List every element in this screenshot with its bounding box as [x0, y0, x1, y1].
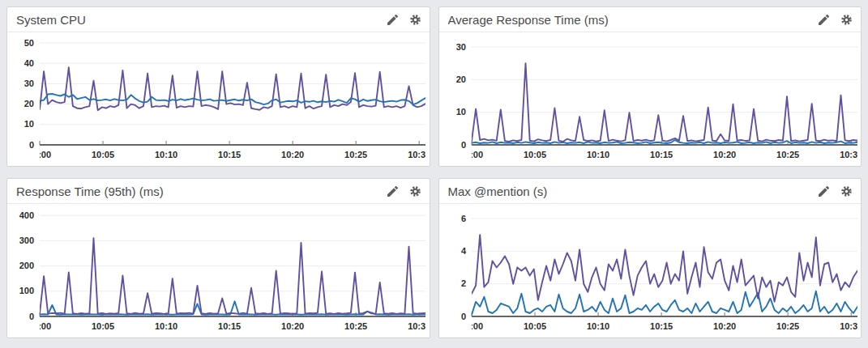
svg-text:2: 2: [460, 278, 465, 288]
svg-text:0: 0: [460, 312, 465, 321]
svg-text:10:05: 10:05: [523, 150, 545, 159]
panel-average-response-time: Average Response Time (ms) 010203010:001…: [438, 6, 862, 167]
panel-actions: [807, 185, 853, 197]
svg-text:10:30: 10:30: [840, 321, 862, 331]
svg-text:400: 400: [19, 210, 34, 220]
gear-icon[interactable]: [409, 185, 421, 197]
edit-icon[interactable]: [819, 186, 829, 197]
svg-text:40: 40: [24, 58, 34, 68]
chart-response-time-95th[interactable]: 010020030040010:0010:0510:1010:1510:2010…: [7, 204, 430, 337]
svg-text:10:00: 10:00: [28, 321, 51, 331]
svg-text:10:05: 10:05: [92, 150, 114, 159]
gear-icon[interactable]: [840, 14, 853, 26]
chart-system-cpu[interactable]: 0102030405010:0010:0510:1010:1510:2010:2…: [7, 32, 430, 166]
gear-icon[interactable]: [409, 14, 421, 26]
panel-title: Response Time (95th) (ms): [16, 185, 164, 198]
panel-actions: [376, 14, 421, 26]
dashboard: System CPU 0102030405010:0010:0510:1010:…: [0, 0, 868, 348]
svg-text:0: 0: [460, 140, 465, 150]
panel-response-time-95th: Response Time (95th) (ms) 01002003004001…: [6, 178, 430, 338]
svg-text:10:10: 10:10: [586, 150, 609, 159]
svg-text:10: 10: [24, 119, 34, 129]
svg-text:10:30: 10:30: [408, 321, 430, 331]
panel-title: System CPU: [16, 13, 86, 27]
panel-actions: [376, 185, 421, 197]
svg-text:10:20: 10:20: [713, 321, 736, 331]
panel-header: Average Response Time (ms): [439, 7, 862, 32]
svg-text:10:20: 10:20: [713, 150, 736, 159]
svg-text:10:10: 10:10: [586, 321, 609, 331]
chart-max-mention[interactable]: 024610:0010:0510:1010:1510:2010:2510:30: [439, 204, 862, 337]
panel-title: Average Response Time (ms): [448, 13, 609, 27]
edit-icon[interactable]: [819, 15, 829, 25]
svg-text:300: 300: [19, 236, 34, 245]
svg-text:10:00: 10:00: [28, 150, 51, 159]
panel-header: Response Time (95th) (ms): [7, 179, 430, 204]
panel-header: System CPU: [7, 7, 430, 32]
svg-text:10:15: 10:15: [218, 150, 241, 159]
svg-text:100: 100: [19, 286, 34, 295]
svg-text:0: 0: [29, 140, 34, 150]
svg-text:10:15: 10:15: [650, 150, 673, 159]
svg-text:10:10: 10:10: [155, 321, 177, 331]
svg-text:10:15: 10:15: [218, 321, 241, 331]
svg-text:10:25: 10:25: [776, 150, 799, 159]
edit-icon[interactable]: [387, 15, 398, 25]
svg-text:10:20: 10:20: [281, 150, 304, 159]
svg-text:10:25: 10:25: [776, 321, 799, 331]
svg-text:10:00: 10:00: [460, 321, 482, 331]
svg-text:10: 10: [455, 107, 465, 117]
svg-text:200: 200: [19, 261, 34, 270]
svg-text:10:10: 10:10: [155, 150, 177, 159]
svg-text:10:30: 10:30: [408, 150, 430, 159]
svg-text:20: 20: [24, 99, 34, 108]
svg-text:50: 50: [24, 38, 34, 48]
chart-average-response-time[interactable]: 010203010:0010:0510:1010:1510:2010:2510:…: [439, 32, 862, 166]
svg-text:10:00: 10:00: [460, 150, 482, 159]
svg-text:10:05: 10:05: [523, 321, 545, 331]
panel-max-mention: Max @mention (s) 024610:0010:0510:1010:1…: [438, 178, 862, 338]
panel-title: Max @mention (s): [448, 185, 548, 198]
panel-actions: [807, 14, 853, 26]
svg-text:10:25: 10:25: [344, 321, 367, 331]
svg-text:10:25: 10:25: [344, 150, 367, 159]
edit-icon[interactable]: [387, 186, 398, 197]
svg-text:10:15: 10:15: [650, 321, 673, 331]
svg-text:10:05: 10:05: [92, 321, 114, 331]
svg-text:10:30: 10:30: [840, 150, 862, 159]
svg-text:30: 30: [455, 42, 465, 52]
svg-text:0: 0: [29, 312, 34, 321]
svg-text:20: 20: [455, 74, 465, 84]
gear-icon[interactable]: [840, 185, 853, 197]
svg-text:6: 6: [460, 214, 465, 223]
svg-text:4: 4: [460, 246, 466, 256]
svg-text:30: 30: [24, 79, 34, 88]
svg-text:10:20: 10:20: [281, 321, 304, 331]
panel-header: Max @mention (s): [439, 179, 862, 204]
panel-system-cpu: System CPU 0102030405010:0010:0510:1010:…: [6, 6, 430, 167]
